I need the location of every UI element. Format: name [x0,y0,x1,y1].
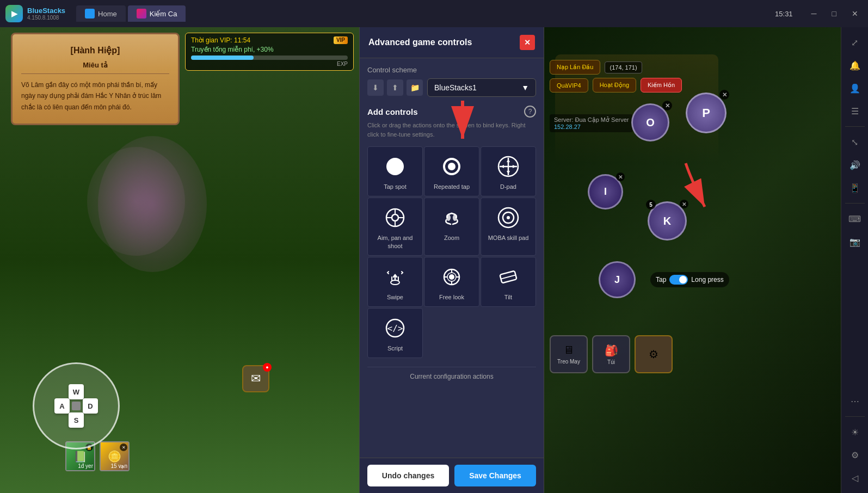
export-icon[interactable]: ⬆ [387,79,403,96]
toggle-switch[interactable] [669,275,688,285]
exp-bar [191,56,348,60]
sidebar-user-icon[interactable]: 👤 [845,78,865,98]
controls-panel: Advanced game controls ✕ Control scheme … [359,27,544,493]
control-aim-pan-shoot[interactable]: Aim, pan and shoot [367,198,423,256]
scheme-icons: ⬇ ⬆ 📁 [367,79,423,96]
skill-i-close[interactable]: ✕ [616,172,625,181]
svg-point-23 [449,274,454,280]
control-d-pad[interactable]: D-pad [481,146,536,196]
d-pad-icon [496,155,520,178]
control-moba-skill-pad[interactable]: MOBA skill pad [481,198,536,256]
svg-marker-6 [507,159,510,162]
vip-badge: VIP [334,36,348,44]
repeated-tap-icon [440,155,464,178]
vip-bar: Thời gian VIP: 11:54 VIP Truyền tống miễ… [185,33,354,71]
item-lock-2: ✕ [120,443,127,451]
control-repeated-tap[interactable]: Repeated tap [424,146,479,196]
sidebar-resize-icon[interactable]: ⤡ [845,132,865,152]
brand-info: BlueStacks 4.150.8.1008 [27,7,65,21]
treo-may-btn[interactable]: 🖥 Treo May [550,335,588,373]
sidebar-bell-icon[interactable]: 🔔 [845,56,865,75]
tap-toggle[interactable]: Tap Long press [650,272,729,287]
control-tilt[interactable]: Tilt [481,257,536,307]
maximize-button[interactable]: □ [828,7,841,20]
item-count-1: 1đ yer [78,463,93,469]
svg-point-2 [448,163,455,170]
extra-btn[interactable]: ⚙ [635,335,673,373]
title-bar-right: 15:31 ─ □ ✕ [775,7,863,20]
svg-point-11 [392,214,398,221]
coords-display: (174, 171) [605,61,642,73]
free-look-icon [440,265,464,289]
sidebar-menu-icon[interactable]: ☰ [845,101,865,121]
sidebar-back-icon[interactable]: ◁ [845,468,865,488]
minimize-button[interactable]: ─ [807,7,821,20]
panel-close-button[interactable]: ✕ [520,35,535,50]
svg-marker-8 [501,165,504,168]
svg-point-20 [507,216,510,219]
far-right-game-area: Nạp Lần Đầu (174, 171) QuàVIP4 Hoạt Động… [544,27,841,493]
sidebar-divider [845,126,865,127]
script-label: Script [387,344,403,352]
wasd-cross: W A D S [54,384,98,428]
scroll-subtitle: Miêu tả [21,61,169,74]
svg-point-0 [386,158,404,175]
sidebar-keyboard-icon[interactable]: ⌨ [845,209,865,229]
skill-o-close[interactable]: ✕ [662,101,672,110]
tilt-label: Tilt [504,293,512,301]
wasd-a-key[interactable]: A [54,398,70,414]
sidebar-brightness-icon[interactable]: ☀ [845,422,865,442]
skill-o-btn[interactable]: O ✕ [631,103,669,141]
zoom-icon [440,206,464,230]
sidebar-screen-icon[interactable]: 📱 [845,178,865,198]
kiem-hon-btn[interactable]: Kiếm Hồn [641,78,682,93]
scheme-select[interactable]: BlueStacks1 ▼ [427,78,536,97]
close-button[interactable]: ✕ [847,7,863,20]
sidebar-photo-icon[interactable]: 📷 [845,232,865,251]
sidebar-expand-icon[interactable]: ⤢ [845,33,865,52]
scheme-name: BlueStacks1 [434,83,477,92]
control-free-look[interactable]: Free look [424,257,479,307]
undo-changes-button[interactable]: Undo changes [367,465,449,486]
tui-btn[interactable]: 🎒 Túi [592,335,630,373]
control-zoom[interactable]: Zoom [424,198,479,256]
scheme-row: ⬇ ⬆ 📁 BlueStacks1 ▼ [367,78,536,97]
wasd-s-key[interactable]: S [69,412,84,428]
item-count-2: 15 vạn [111,463,127,469]
control-tap-spot[interactable]: Tap spot [367,146,423,196]
wasd-d-key[interactable]: D [83,398,98,414]
control-script[interactable]: </> Script [367,308,423,358]
skill-p-btn[interactable]: P ✕ [686,93,727,133]
skill-i-btn[interactable]: I ✕ [588,174,623,209]
folder-icon[interactable]: 📁 [407,79,423,96]
scheme-label: Control scheme [367,66,536,74]
tab-game[interactable]: Kiếm Ca [128,5,186,22]
skill-j-btn[interactable]: J [599,261,636,298]
svg-line-30 [501,275,515,279]
wasd-control: W A D S [33,362,120,449]
mail-icon[interactable]: ✉ ● [242,365,269,392]
import-icon[interactable]: ⬇ [367,79,384,96]
hoat-dong-btn[interactable]: Hoạt Động [593,78,636,93]
sidebar-volume-icon[interactable]: 🔊 [845,155,865,175]
tilt-icon [496,265,520,289]
tap-label: Tap [656,276,666,284]
brand-name: BlueStacks [27,7,65,15]
home-icon [85,9,95,19]
save-changes-button[interactable]: Save Changes [454,465,536,486]
tap-spot-icon [383,155,407,178]
wasd-w-key[interactable]: W [69,384,84,399]
moba-skill-pad-icon [496,206,520,230]
help-icon[interactable]: ? [524,106,536,118]
control-swipe[interactable]: Swipe [367,257,423,307]
nap-lan-dau-btn[interactable]: Nạp Lần Đầu [550,60,600,75]
tab-home[interactable]: Home [76,5,126,22]
sidebar-more-icon[interactable]: ⋯ [845,391,865,411]
sidebar-settings-icon[interactable]: ⚙ [845,445,865,465]
dropdown-arrow: ▼ [521,83,529,92]
sidebar-divider-2 [845,203,865,204]
swipe-icon [383,265,407,289]
qua-vip-btn[interactable]: QuàVIP4 [550,78,588,93]
tab-home-label: Home [98,10,117,18]
skill-p-close[interactable]: ✕ [719,90,729,100]
